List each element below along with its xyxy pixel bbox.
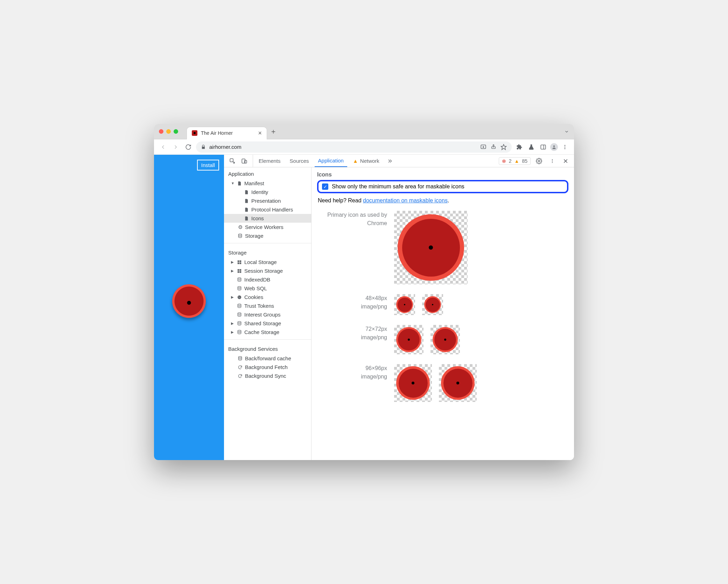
icons-panel: Icons ✓ Show only the minimum safe area … [312,167,574,460]
back-button[interactable] [158,142,168,152]
document-icon [237,181,242,186]
inspect-element-icon[interactable] [227,156,237,166]
devtools-close-icon[interactable] [561,156,570,166]
sidebar-item-local-storage[interactable]: ▶Local Storage [224,258,311,266]
svg-point-37 [238,356,241,358]
svg-point-32 [239,298,239,298]
close-tab-button[interactable]: × [258,130,262,137]
svg-rect-23 [238,269,239,271]
browser-tab[interactable]: The Air Horner × [187,127,267,139]
sidebar-item-identity[interactable]: Identity [224,188,311,196]
sidebar-item-cache-storage[interactable]: ▶Cache Storage [224,328,311,336]
svg-rect-19 [238,260,239,262]
icon-size-label: 96×96pximage/png [317,364,387,381]
sidebar-item-storage[interactable]: Storage [224,231,311,240]
document-icon [244,189,249,195]
icon-preview [439,364,477,402]
icon-preview [394,364,432,402]
icon-preview [394,325,424,354]
svg-rect-25 [238,271,239,273]
browser-toolbar: airhorner.com [154,139,574,155]
warning-icon: ▲ [353,158,358,164]
cookie-icon [237,294,242,300]
sidebar-item-web-sql[interactable]: Web SQL [224,284,311,293]
tab-application[interactable]: Application [315,155,347,167]
sidebar-item-session-storage[interactable]: ▶Session Storage [224,266,311,275]
install-button[interactable]: Install [197,160,219,171]
sidebar-item-shared-storage[interactable]: ▶Shared Storage [224,319,311,328]
sidebar-item-service-workers[interactable]: ⚙Service Workers [224,223,311,231]
maskable-safe-area-option[interactable]: ✓ Show only the minimum safe area for ma… [317,180,568,193]
primary-icon-label: Primary icon as used by Chrome [317,211,387,228]
device-toggle-icon[interactable] [239,156,249,166]
sidebar-item-trust-tokens[interactable]: Trust Tokens [224,301,311,310]
sidepanel-icon[interactable] [538,142,548,152]
tab-sources[interactable]: Sources [286,155,313,167]
forward-button[interactable] [171,142,181,152]
sidebar-item-back-forward-cache[interactable]: Back/forward cache [224,354,311,363]
icon-preview [422,294,443,315]
error-icon: ⊗ [502,158,506,164]
page-content: Install [154,155,224,460]
db-icon [237,356,243,361]
db-icon [237,277,242,283]
close-window-button[interactable] [159,129,163,134]
sidebar-item-icons[interactable]: Icons [224,214,311,223]
tab-network[interactable]: ▲Network [349,155,383,167]
svg-rect-24 [240,269,241,271]
tabs-overflow-button[interactable] [385,158,395,164]
sidebar-item-interest-groups[interactable]: Interest Groups [224,310,311,319]
tab-elements[interactable]: Elements [255,155,284,167]
database-icon [237,233,243,239]
icon-size-label: 72×72pximage/png [317,325,387,342]
tabs-dropdown-button[interactable] [564,129,569,134]
grid-icon [237,259,242,265]
extensions-icon[interactable] [514,142,524,152]
minimize-window-button[interactable] [166,129,171,134]
window-controls [159,129,178,134]
warning-icon: ▲ [514,158,519,164]
sidebar-item-background-sync[interactable]: Background Sync [224,371,311,380]
airhorn-button[interactable] [172,284,206,318]
svg-point-12 [538,160,540,162]
omnibox[interactable]: airhorner.com [196,141,512,153]
devtools-tabbar: Elements Sources Application ▲Network ⊗2… [224,155,574,167]
checkbox-label: Show only the minimum safe area for mask… [332,183,464,190]
labs-icon[interactable] [526,142,536,152]
svg-point-28 [238,286,241,288]
db-icon [237,286,242,291]
svg-marker-2 [501,144,506,150]
share-icon[interactable] [491,144,496,150]
sidebar-item-protocol-handlers[interactable]: Protocol Handlers [224,205,311,214]
sidebar-item-presentation[interactable]: Presentation [224,196,311,205]
svg-point-6 [565,145,566,146]
install-pwa-icon[interactable] [480,144,486,150]
document-icon [244,198,249,204]
sidebar-item-indexeddb[interactable]: IndexedDB [224,275,311,284]
section-application: Application [224,167,311,179]
fullscreen-window-button[interactable] [174,129,178,134]
document-icon [244,207,249,213]
sync-icon [237,373,243,379]
sidebar-item-cookies[interactable]: ▶Cookies [224,293,311,301]
icon-size-label: 48×48pximage/png [317,294,387,311]
gear-icon: ⚙ [237,224,243,230]
sidebar-item-manifest[interactable]: ▼Manifest [224,179,311,188]
issues-badge[interactable]: ⊗2 ▲85 [499,157,531,165]
browser-menu-button[interactable] [560,142,570,152]
section-background-services: Background Services [224,342,311,354]
checkbox-checked-icon[interactable]: ✓ [322,183,328,190]
omnibox-url: airhorner.com [209,144,241,150]
devtools-menu-icon[interactable] [547,156,557,166]
help-link[interactable]: documentation on maskable icons [363,197,448,203]
profile-avatar[interactable] [550,143,558,151]
titlebar: The Air Horner × ＋ [154,124,574,139]
new-tab-button[interactable]: ＋ [270,127,277,136]
svg-rect-26 [240,271,241,273]
bookmark-icon[interactable] [500,144,507,150]
sidebar-item-background-fetch[interactable]: Background Fetch [224,363,311,371]
devtools-settings-icon[interactable] [534,156,544,166]
svg-point-15 [552,162,553,162]
svg-point-34 [238,313,241,314]
reload-button[interactable] [183,142,193,152]
